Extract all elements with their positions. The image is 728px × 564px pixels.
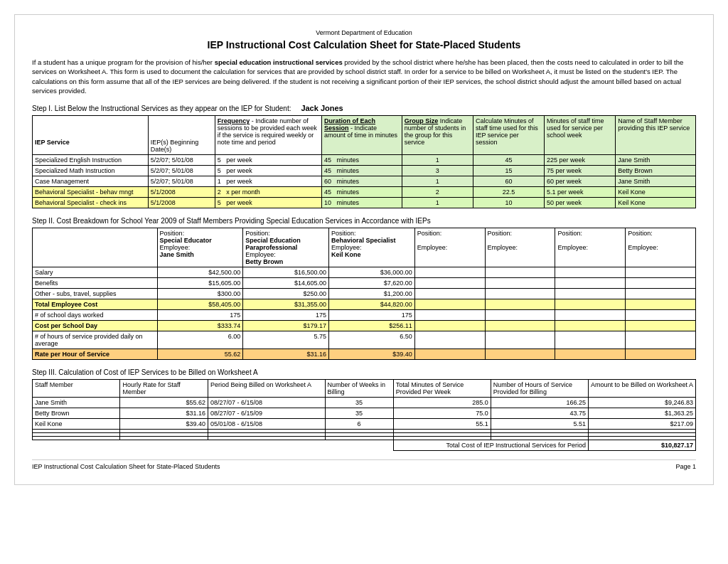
s2-val-2-3: [414, 289, 485, 299]
s2-val-2-4: [485, 289, 555, 299]
s2-val-0-4: [485, 267, 555, 278]
s1-minweek-2: 60 per week: [545, 176, 616, 187]
s2-val-6-3: [414, 331, 485, 349]
s1-group-2: 1: [402, 176, 473, 187]
s2-val-5-4: [485, 321, 555, 331]
s3-hours-1: 43.75: [491, 408, 588, 419]
student-name: Jack Jones: [301, 104, 343, 112]
s2-val-6-6: [626, 331, 696, 349]
s1-group-1: 3: [402, 166, 473, 176]
step3-total-label: Total Cost of IEP Instructional Services…: [393, 440, 588, 451]
col-iep-service: IEP Service: [33, 116, 149, 155]
s2-val-7-5: [555, 349, 626, 360]
s2-val-4-6: [626, 310, 696, 321]
s2-val-0-2: $36,000.00: [329, 267, 415, 278]
s1-minweek-4: 50 per week: [545, 198, 616, 208]
s1-group-3: 2: [402, 187, 473, 198]
s1-staff-2: Jane Smith: [616, 176, 696, 187]
s2-val-2-2: $1,200.00: [329, 289, 415, 299]
s2-val-2-0: $300.00: [157, 289, 243, 299]
step3-label: Step III. Calculation of Cost of IEP Ser…: [32, 368, 696, 376]
step2-col1: Position:Special EducatorEmployee:Jane S…: [157, 228, 243, 267]
step3-col-amount: Amount to be Billed on Worksheet A: [589, 380, 696, 398]
s2-label-5: Cost per School Day: [33, 321, 158, 331]
s2-val-7-6: [626, 349, 696, 360]
step3-col-hours: Number of Hours of Service Provided for …: [491, 380, 588, 398]
s1-dur-0: 45 minutes: [322, 155, 402, 166]
s2-val-0-0: $42,500.00: [157, 267, 243, 278]
step3-col-rate: Hourly Rate for Staff Member: [120, 380, 208, 398]
step2-col-label: [33, 228, 158, 267]
s2-val-0-3: [414, 267, 485, 278]
step2-col7: Position:Employee:: [626, 228, 696, 267]
col-min-staff: Minutes of staff time used for service p…: [545, 116, 616, 155]
s1-begin-2: 5/2/07; 5/01/08: [148, 176, 215, 187]
s1-begin-1: 5/2/07; 5/01/08: [148, 166, 215, 176]
s2-label-3: Total Employee Cost: [33, 299, 158, 310]
s3-period-0: 08/27/07 - 6/15/08: [208, 398, 325, 408]
s3-amount-2: $217.09: [589, 419, 696, 430]
s3-minweek-0: 285.0: [393, 398, 491, 408]
step3-col-staff: Staff Member: [33, 380, 120, 398]
s3-staff-2: Keil Kone: [33, 419, 120, 430]
s2-val-6-0: 6.00: [157, 331, 243, 349]
s1-staff-0: Jane Smith: [616, 155, 696, 166]
s2-val-4-0: 175: [157, 310, 243, 321]
col-calc-min: Calculate Minutes of staff time used for…: [473, 116, 544, 155]
page: Vermont Department of Education IEP Inst…: [14, 14, 714, 485]
s2-val-7-1: $31.16: [243, 349, 329, 360]
step2-col4: Position:Employee:: [414, 228, 485, 267]
s1-staff-3: Keil Kone: [616, 187, 696, 198]
s1-begin-3: 5/1/2008: [148, 187, 215, 198]
s1-service-4: Behavioral Specialist - check ins: [33, 198, 149, 208]
s2-val-6-4: [485, 331, 555, 349]
s2-label-1: Benefits: [33, 278, 158, 289]
step2-col5: Position:Employee:: [485, 228, 555, 267]
s1-calcmin-2: 60: [473, 176, 544, 187]
s1-begin-0: 5/2/07; 5/01/08: [148, 155, 215, 166]
s2-val-3-3: [414, 299, 485, 310]
s2-val-0-5: [555, 267, 626, 278]
s2-label-6: # of hours of service provided daily on …: [33, 331, 158, 349]
s1-minweek-0: 225 per week: [545, 155, 616, 166]
step2-col3: Position:Behavioral SpecialistEmployee:K…: [329, 228, 415, 267]
step1-table: IEP Service IEP(s) Beginning Date(s) Fre…: [32, 115, 696, 208]
s2-val-2-6: [626, 289, 696, 299]
s1-calcmin-0: 45: [473, 155, 544, 166]
s1-staff-1: Betty Brown: [616, 166, 696, 176]
step2-col2: Position:Special Education Paraprofessio…: [243, 228, 329, 267]
s1-service-1: Specialized Math Instruction: [33, 166, 149, 176]
step3-total-value: $10,827.17: [589, 440, 696, 451]
s2-val-4-2: 175: [329, 310, 415, 321]
s1-freq-1: 5 per week: [215, 166, 321, 176]
step1-label: Step I. List Below the Instructional Ser…: [32, 104, 696, 112]
s1-service-3: Behavioral Specialist - behav mngt: [33, 187, 149, 198]
col-duration: Duration of Each Session - Indicate amou…: [322, 116, 402, 155]
s1-dur-4: 10 minutes: [322, 198, 402, 208]
s2-label-2: Other - subs, travel, supplies: [33, 289, 158, 299]
s2-val-7-2: $39.40: [329, 349, 415, 360]
s1-calcmin-1: 15: [473, 166, 544, 176]
s3-weeks-2: 6: [325, 419, 393, 430]
footer-right: Page 1: [675, 463, 696, 470]
step3-col-weeks: Number of Weeks in Billing: [325, 380, 393, 398]
s2-val-5-5: [555, 321, 626, 331]
s3-weeks-0: 35: [325, 398, 393, 408]
s2-val-4-4: [485, 310, 555, 321]
col-name-staff: Name of Staff Member providing this IEP …: [616, 116, 696, 155]
s1-begin-4: 5/1/2008: [148, 198, 215, 208]
s2-val-0-1: $16,500.00: [243, 267, 329, 278]
s2-val-3-5: [555, 299, 626, 310]
s2-val-4-3: [414, 310, 485, 321]
s2-val-4-5: [555, 310, 626, 321]
footer: IEP Instructional Cost Calculation Sheet…: [32, 459, 696, 470]
step3-col-minweek: Total Minutes of Service Provided Per We…: [393, 380, 491, 398]
s3-rate-0: $55.62: [120, 398, 208, 408]
s2-val-3-0: $58,405.00: [157, 299, 243, 310]
s2-label-7: Rate per Hour of Service: [33, 349, 158, 360]
s2-val-1-5: [555, 278, 626, 289]
s2-val-7-3: [414, 349, 485, 360]
s3-minweek-1: 75.0: [393, 408, 491, 419]
s2-val-6-5: [555, 331, 626, 349]
step3-table: Staff Member Hourly Rate for Staff Membe…: [32, 379, 696, 451]
